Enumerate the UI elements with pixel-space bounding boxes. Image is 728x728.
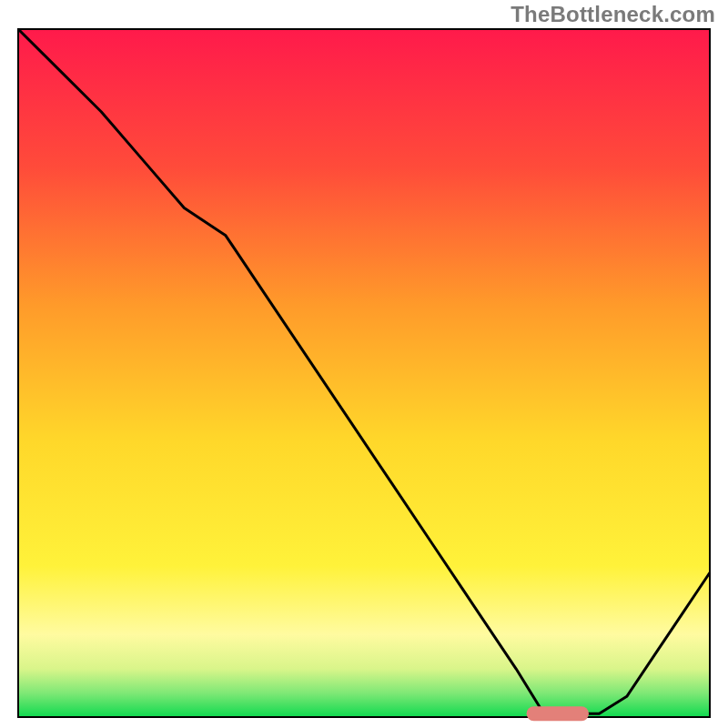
optimal-marker <box>527 706 589 721</box>
heat-gradient <box>18 29 710 717</box>
bottleneck-chart <box>0 0 728 728</box>
chart-container: TheBottleneck.com <box>0 0 728 728</box>
watermark-text: TheBottleneck.com <box>511 2 715 27</box>
